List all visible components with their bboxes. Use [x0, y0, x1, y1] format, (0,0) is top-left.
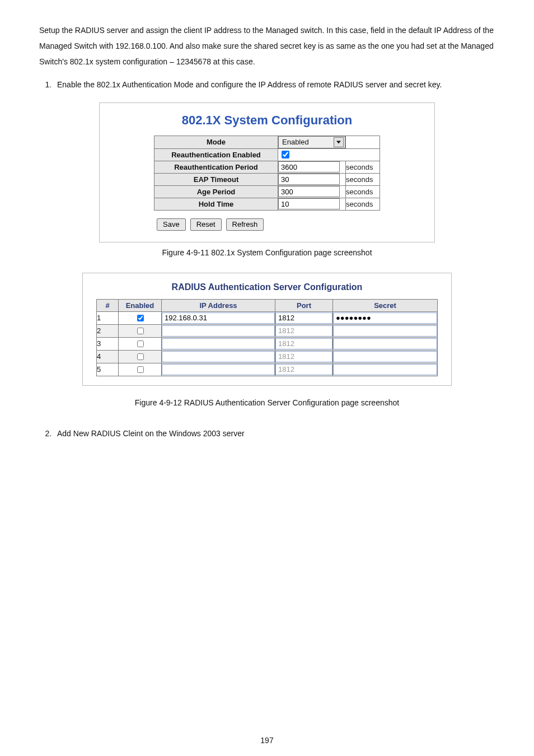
fig-radius-caption: Figure 4-9-12 RADIUS Authentication Serv…: [135, 398, 399, 407]
secret-input: [333, 364, 437, 375]
row-enabled-checkbox[interactable]: [137, 366, 144, 373]
col-port: Port: [275, 299, 333, 311]
port-input: [275, 364, 332, 375]
fig-8021x-caption: Figure 4-9-11 802.1x System Configuratio…: [162, 248, 372, 257]
row-enabled-checkbox[interactable]: [137, 315, 144, 321]
col-secret: Secret: [333, 299, 438, 311]
cell-row-number: 3: [97, 337, 119, 350]
row-age-label: Age Period: [154, 185, 278, 198]
svg-marker-0: [336, 141, 341, 143]
row-hold-label: Hold Time: [154, 198, 278, 210]
fig-8021x-title: 802.1X System Configuration: [113, 113, 421, 128]
mode-select[interactable]: Enabled: [278, 136, 345, 148]
save-button[interactable]: Save: [157, 218, 186, 231]
step-2: Add New RADIUS Cleint on the Windows 200…: [54, 426, 495, 441]
cell-row-number: 5: [97, 363, 119, 376]
refresh-button[interactable]: Refresh: [226, 218, 264, 231]
fig-radius-config: RADIUS Authentication Server Configurati…: [82, 273, 452, 386]
reset-button[interactable]: Reset: [190, 218, 222, 231]
chevron-down-icon: [334, 137, 344, 147]
col-ip: IP Address: [162, 299, 275, 311]
reauth-period-input[interactable]: [278, 161, 340, 172]
ip-address-input: [162, 325, 275, 337]
unit-seconds: seconds: [346, 200, 376, 208]
cell-row-number: 2: [97, 324, 119, 337]
secret-input[interactable]: [333, 312, 437, 324]
row-mode-label: Mode: [154, 136, 278, 148]
secret-input: [333, 351, 437, 362]
row-enabled-checkbox[interactable]: [137, 340, 144, 347]
unit-seconds: seconds: [346, 163, 376, 171]
ip-address-input: [162, 338, 275, 349]
age-period-input[interactable]: [278, 186, 340, 197]
reauth-enabled-checkbox[interactable]: [282, 151, 289, 158]
ip-address-input: [162, 351, 275, 362]
step-1: Enable the 802.1x Authentication Mode an…: [54, 77, 495, 92]
cell-row-number: 4: [97, 350, 119, 363]
col-enabled: Enabled: [119, 299, 162, 311]
unit-seconds: seconds: [346, 188, 376, 196]
table-row: 1: [97, 311, 438, 324]
row-enabled-checkbox[interactable]: [137, 328, 144, 334]
table-row: 4: [97, 350, 438, 363]
table-row: 3: [97, 337, 438, 350]
eap-timeout-input[interactable]: [278, 174, 340, 185]
unit-seconds: seconds: [346, 175, 376, 184]
port-input: [275, 351, 332, 362]
port-input[interactable]: [275, 312, 332, 324]
hold-time-input[interactable]: [278, 198, 340, 209]
row-enabled-checkbox[interactable]: [137, 353, 144, 360]
cell-row-number: 1: [97, 311, 119, 324]
port-input: [275, 338, 332, 349]
fig-8021x-config: 802.1X System Configuration Mode Enabled: [99, 102, 435, 242]
row-reauth-enabled-label: Reauthentication Enabled: [154, 148, 278, 161]
fig-radius-title: RADIUS Authentication Server Configurati…: [94, 282, 440, 292]
ip-address-input: [162, 364, 275, 375]
col-num: #: [97, 299, 119, 311]
intro-paragraph: Setup the RADIUS server and assign the c…: [39, 22, 495, 69]
table-row: 5: [97, 363, 438, 376]
secret-input: [333, 338, 437, 349]
row-reauth-period-label: Reauthentication Period: [154, 161, 278, 173]
mode-select-value: Enabled: [282, 138, 309, 146]
port-input: [275, 325, 332, 337]
table-row: 2: [97, 324, 438, 337]
secret-input: [333, 325, 437, 337]
ip-address-input[interactable]: [162, 312, 275, 324]
row-eap-label: EAP Timeout: [154, 173, 278, 185]
page-number: 197: [0, 736, 534, 745]
